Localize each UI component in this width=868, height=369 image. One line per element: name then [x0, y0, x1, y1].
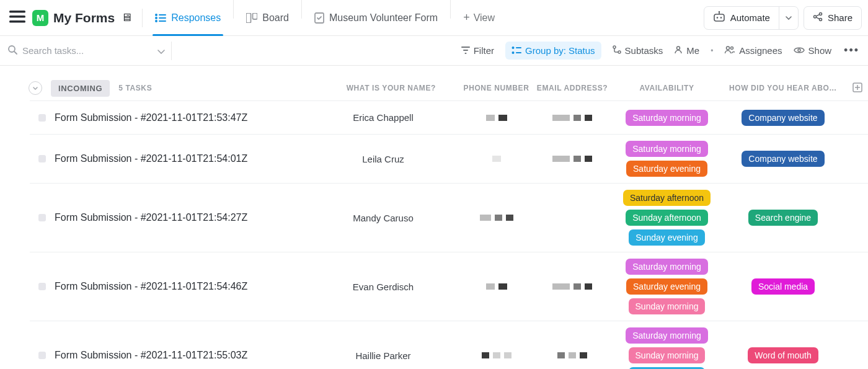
group-by-button[interactable]: Group by: Status [505, 42, 601, 60]
task-name[interactable]: Form Submission - #2021-11-01T21:54:27Z [55, 212, 306, 223]
task-name[interactable]: Form Submission - #2021-11-01T21:53:47Z [55, 112, 306, 123]
plus-icon: + [463, 11, 470, 24]
hear-about-tag[interactable]: Social media [751, 278, 815, 295]
search-dropdown[interactable] [157, 45, 165, 56]
hear-about-tag[interactable]: Company website [742, 110, 824, 126]
automate-dropdown[interactable] [779, 7, 798, 29]
cell-availability[interactable]: Saturday morningSaturday eveningSunday m… [613, 259, 721, 314]
availability-tag[interactable]: Saturday morning [626, 141, 708, 157]
subtasks-button[interactable]: Subtasks [613, 45, 663, 56]
show-button[interactable]: Show [794, 45, 832, 56]
hear-about-tag[interactable]: Search engine [748, 210, 818, 226]
more-menu[interactable]: ••• [843, 44, 861, 57]
cell-phone[interactable] [461, 215, 532, 221]
divider [301, 0, 302, 19]
svg-point-13 [716, 17, 718, 19]
cell-email[interactable] [532, 156, 613, 162]
column-header-email[interactable]: EMAIL ADDRESS? [532, 84, 613, 92]
hear-about-tag[interactable]: Word of mouth [748, 347, 818, 363]
cell-availability[interactable]: Saturday afternoonSunday afternoonSunday… [613, 190, 721, 246]
availability-tag[interactable]: Sunday afternoon [626, 210, 708, 226]
table-row[interactable]: Form Submission - #2021-11-01T21:55:03ZH… [30, 321, 868, 369]
column-header-hear-about[interactable]: HOW DID YOU HEAR ABO… [721, 84, 845, 92]
column-header-name[interactable]: WHAT IS YOUR NAME? [306, 84, 461, 92]
cell-email[interactable] [532, 352, 613, 358]
status-box[interactable] [38, 352, 46, 359]
add-column-button[interactable] [845, 82, 868, 94]
redacted-text [552, 156, 570, 162]
availability-tag[interactable]: Saturday evening [626, 161, 707, 177]
eye-icon [794, 45, 805, 56]
filter-label: Filter [474, 45, 494, 56]
tab-responses[interactable]: Responses [146, 0, 229, 36]
filter-button[interactable]: Filter [461, 45, 494, 56]
column-header-availability[interactable]: AVAILABILITY [613, 84, 721, 92]
hear-about-tag[interactable]: Company website [742, 151, 824, 167]
task-name[interactable]: Form Submission - #2021-11-01T21:54:46Z [55, 281, 306, 292]
assignees-label: Assignees [739, 45, 782, 56]
task-name[interactable]: Form Submission - #2021-11-01T21:54:01Z [55, 153, 306, 164]
search-input[interactable] [22, 45, 134, 56]
availability-tag[interactable]: Sunday morning [629, 298, 706, 314]
assignees-button[interactable]: Assignees [724, 45, 782, 56]
cell-name[interactable]: Mandy Caruso [306, 213, 461, 223]
table-row[interactable]: Form Submission - #2021-11-01T21:54:46ZE… [30, 252, 868, 321]
svg-rect-28 [516, 47, 521, 48]
redacted-text [498, 115, 507, 121]
cell-availability[interactable]: Saturday morningSunday morningSunday eve… [613, 327, 721, 369]
availability-tag[interactable]: Saturday evening [626, 278, 707, 295]
folder-badge: M [32, 10, 48, 26]
status-box[interactable] [38, 283, 46, 290]
group-status-badge[interactable]: INCOMING [51, 80, 110, 97]
cell-phone[interactable] [461, 115, 532, 121]
redacted-text [569, 352, 576, 358]
automate-button[interactable]: Automate [704, 7, 779, 29]
cell-hear-about[interactable]: Search engine [721, 210, 845, 226]
me-button[interactable]: Me [674, 45, 699, 56]
automate-label: Automate [730, 12, 770, 23]
cell-name[interactable]: Evan Gerdisch [306, 282, 461, 292]
add-view-button[interactable]: + View [454, 0, 503, 36]
divider [142, 9, 143, 27]
cell-availability[interactable]: Saturday morningSaturday evening [613, 141, 721, 177]
availability-tag[interactable]: Saturday morning [626, 259, 708, 275]
menu-icon[interactable] [6, 9, 29, 27]
cell-hear-about[interactable]: Word of mouth [721, 347, 845, 363]
svg-point-36 [798, 49, 800, 51]
breadcrumb-folder[interactable]: M My Forms 🖥 [32, 10, 132, 26]
task-name[interactable]: Form Submission - #2021-11-01T21:55:03Z [55, 350, 306, 361]
redacted-text [493, 352, 500, 358]
availability-tag[interactable]: Saturday morning [626, 327, 708, 344]
redacted-text [504, 352, 512, 358]
tab-form[interactable]: Museum Volunteer Form [306, 0, 446, 36]
availability-tag[interactable]: Saturday afternoon [623, 190, 711, 206]
redacted-text [492, 156, 501, 162]
collapse-group-button[interactable] [29, 81, 42, 95]
availability-tag[interactable]: Sunday evening [629, 229, 704, 246]
cell-phone[interactable] [461, 352, 532, 358]
cell-phone[interactable] [461, 283, 532, 290]
tab-board[interactable]: Board [237, 0, 298, 36]
svg-rect-30 [516, 52, 521, 53]
cell-hear-about[interactable]: Company website [721, 151, 845, 167]
column-header-phone[interactable]: PHONE NUMBER [461, 84, 532, 92]
cell-availability[interactable]: Saturday morning [613, 110, 721, 126]
cell-hear-about[interactable]: Social media [721, 278, 845, 295]
add-view-label: View [474, 12, 495, 24]
table-row[interactable]: Form Submission - #2021-11-01T21:54:01ZL… [30, 135, 868, 184]
cell-name[interactable]: Leila Cruz [306, 154, 461, 164]
table-row[interactable]: Form Submission - #2021-11-01T21:53:47ZE… [30, 101, 868, 135]
cell-name[interactable]: Haillie Parker [306, 350, 461, 361]
status-box[interactable] [38, 214, 46, 221]
cell-hear-about[interactable]: Company website [721, 110, 845, 126]
cell-phone[interactable] [461, 156, 532, 162]
availability-tag[interactable]: Sunday morning [629, 347, 706, 363]
status-box[interactable] [38, 155, 46, 162]
cell-name[interactable]: Erica Chappell [306, 112, 461, 123]
cell-email[interactable] [532, 283, 613, 290]
table-row[interactable]: Form Submission - #2021-11-01T21:54:27ZM… [30, 184, 868, 252]
cell-email[interactable] [532, 115, 613, 121]
share-button[interactable]: Share [804, 6, 862, 30]
availability-tag[interactable]: Saturday morning [626, 110, 708, 126]
status-box[interactable] [38, 114, 46, 122]
